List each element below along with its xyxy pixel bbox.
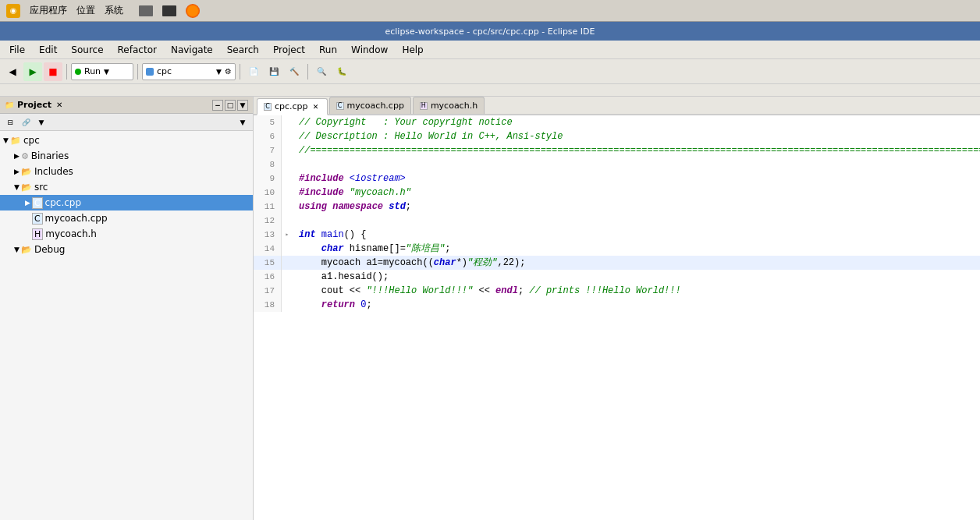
- tab-mycoach-cpp[interactable]: C mycoach.cpp: [329, 97, 411, 114]
- line-num-5: 5: [254, 115, 282, 129]
- project-settings-icon[interactable]: ⚙: [225, 67, 232, 76]
- menu-edit[interactable]: Edit: [33, 43, 63, 57]
- tree-item-debug[interactable]: ▼ 📂 Debug: [0, 242, 253, 257]
- window-title: eclipse-workspace - cpc/src/cpc.cpp - Ec…: [385, 27, 595, 37]
- title-bar: eclipse-workspace - cpc/src/cpc.cpp - Ec…: [0, 22, 980, 41]
- line-num-17: 17: [254, 284, 282, 298]
- line-num-11: 11: [254, 200, 282, 214]
- code-content-7: //======================================…: [293, 143, 980, 157]
- debug-icon: 🐛: [337, 67, 346, 76]
- back-icon: ◀: [9, 66, 16, 77]
- system-loc-label[interactable]: 位置: [76, 4, 95, 17]
- includes-icon: 📂: [21, 167, 32, 177]
- new-icon: 📄: [249, 67, 258, 76]
- search-icon: 🔍: [317, 67, 326, 76]
- back-button[interactable]: ◀: [3, 62, 22, 81]
- close-project-icon[interactable]: ✕: [56, 101, 62, 109]
- tree-item-binaries[interactable]: ▶ ⚙ Binaries: [0, 148, 253, 164]
- filter-icon: ▼: [39, 119, 44, 126]
- collapse-icon: ⊟: [7, 119, 13, 126]
- binaries-label: Binaries: [31, 150, 69, 161]
- tree-item-includes[interactable]: ▶ 📂 Includes: [0, 164, 253, 179]
- filters-button[interactable]: ▼: [34, 115, 48, 129]
- menu-source[interactable]: Source: [65, 43, 109, 57]
- menu-search[interactable]: Search: [221, 43, 265, 57]
- tree-item-mycoach-cpp[interactable]: ▶ C mycoach.cpp: [0, 210, 253, 226]
- includes-label: Includes: [34, 166, 73, 177]
- cpc-label: cpc: [23, 135, 40, 146]
- system-app-icon: ◉: [6, 4, 20, 18]
- tree-item-src[interactable]: ▼ 📂 src: [0, 179, 253, 195]
- code-line-17: 17 cout << "!!!Hello World!!!" << endl; …: [254, 284, 980, 298]
- close-cpc-cpp-tab[interactable]: ✕: [311, 102, 321, 111]
- code-content-10: #include "mycoach.h": [293, 186, 980, 200]
- tree-item-cpc[interactable]: ▼ 📁 cpc: [0, 133, 253, 148]
- code-line-18: 18 return 0;: [254, 298, 980, 312]
- project-tree: ▼ 📁 cpc ▶ ⚙ Binaries ▶ 📂 Includes: [0, 131, 253, 520]
- project-dot-icon: [146, 68, 154, 76]
- run-config-arrow: ▼: [104, 68, 109, 76]
- line-num-6: 6: [254, 129, 282, 143]
- line-num-18: 18: [254, 298, 282, 312]
- minimize-panel-button[interactable]: −: [212, 100, 223, 111]
- system-app-label[interactable]: 应用程序: [30, 4, 67, 17]
- system-sys-label[interactable]: 系统: [105, 4, 123, 17]
- search-button[interactable]: 🔍: [312, 62, 331, 81]
- code-content-9: #include <iostream>: [293, 172, 980, 186]
- code-editor[interactable]: 5 // Copyright : Your copyright notice 6…: [254, 115, 980, 520]
- tree-item-cpc-cpp[interactable]: ▶ C cpc.cpp: [0, 195, 253, 210]
- line-num-16: 16: [254, 270, 282, 284]
- view-menu-icon: ▼: [240, 119, 246, 126]
- collapse-all-button[interactable]: ⊟: [3, 115, 17, 129]
- toolbar: ◀ ▶ ■ Run ▼ cpc ▼ ⚙ 📄 💾 🔨 🔍 🐛: [0, 59, 980, 84]
- run-program-button[interactable]: ▶: [23, 62, 42, 81]
- menu-refactor[interactable]: Refactor: [112, 43, 163, 57]
- project-dropdown[interactable]: cpc ▼ ⚙: [142, 63, 236, 80]
- line-num-12: 12: [254, 214, 282, 228]
- menu-window[interactable]: Window: [345, 43, 394, 57]
- maximize-panel-button[interactable]: □: [225, 100, 236, 111]
- tab-mycoach-h[interactable]: H mycoach.h: [413, 97, 485, 114]
- menu-run[interactable]: Run: [313, 43, 343, 57]
- tab-cpc-cpp[interactable]: C cpc.cpp ✕: [257, 98, 328, 115]
- code-line-11: 11 using namespace std;: [254, 200, 980, 214]
- cpc-expand-arrow: ▼: [3, 136, 9, 144]
- project-panel-icon: 📁: [5, 101, 14, 109]
- stop-icon: ■: [48, 66, 57, 77]
- line-num-15: 15: [254, 256, 282, 270]
- panel-view-menu[interactable]: ▼: [236, 115, 250, 129]
- menu-navigate[interactable]: Navigate: [165, 43, 219, 57]
- system-bar: ◉ 应用程序 位置 系统: [0, 0, 980, 22]
- build-button[interactable]: 🔨: [285, 62, 304, 81]
- tab-cpc-cpp-icon: C: [264, 103, 272, 111]
- menu-help[interactable]: Help: [396, 43, 429, 57]
- code-content-17: cout << "!!!Hello World!!!" << endl; // …: [293, 284, 980, 298]
- new-button[interactable]: 📄: [244, 62, 263, 81]
- includes-expand-arrow: ▶: [14, 168, 20, 175]
- cpc-cpp-expand-arrow: ▶: [25, 199, 30, 207]
- debug-button[interactable]: 🐛: [332, 62, 351, 81]
- project-panel-title: Project: [17, 100, 51, 110]
- run-icon: ▶: [29, 66, 36, 77]
- code-content-13: int main() {: [293, 228, 980, 242]
- panel-controls: − □ ▼: [212, 100, 248, 111]
- debug-expand-arrow: ▼: [14, 246, 20, 253]
- sep1: [66, 64, 67, 80]
- menu-project[interactable]: Project: [267, 43, 311, 57]
- sep3: [240, 64, 240, 80]
- src-icon: 📂: [21, 182, 32, 193]
- tab-mycoach-cpp-label: mycoach.cpp: [347, 101, 404, 111]
- line-num-14: 14: [254, 242, 282, 256]
- panel-menu-button[interactable]: ▼: [237, 100, 248, 111]
- save-button[interactable]: 💾: [265, 62, 283, 81]
- stop-button[interactable]: ■: [44, 62, 62, 81]
- project-icon: 📁: [10, 136, 21, 146]
- run-config-dropdown[interactable]: Run ▼: [71, 63, 133, 80]
- link-icon: 🔗: [22, 119, 30, 126]
- link-editor-button[interactable]: 🔗: [19, 115, 33, 129]
- tree-item-mycoach-h[interactable]: ▶ H mycoach.h: [0, 226, 253, 242]
- menu-file[interactable]: File: [3, 43, 31, 57]
- firefox-icon: [186, 4, 200, 18]
- project-panel-toolbar: ⊟ 🔗 ▼ ▼: [0, 114, 253, 131]
- line-num-10: 10: [254, 186, 282, 200]
